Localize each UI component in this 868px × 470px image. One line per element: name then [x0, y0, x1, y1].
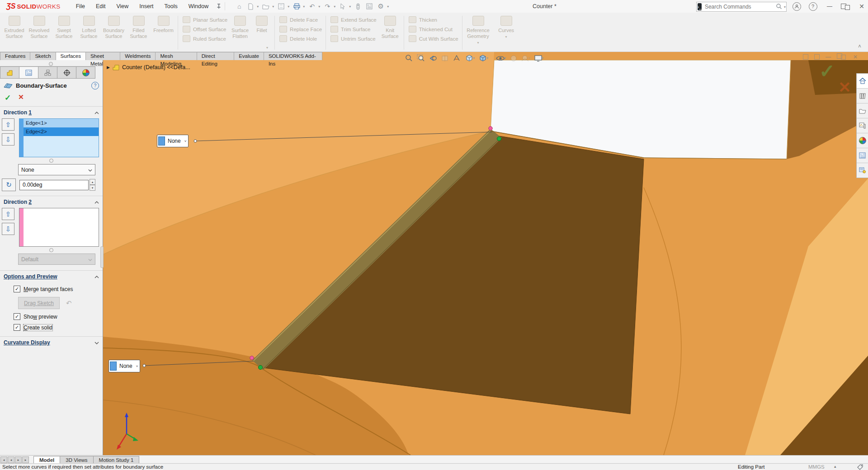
- search-box[interactable]: ›_ ▾: [696, 2, 787, 12]
- view-palette-icon[interactable]: [857, 118, 868, 133]
- options-list-icon[interactable]: [365, 3, 373, 10]
- pin-icon[interactable]: [216, 3, 222, 9]
- tab-scroll-right-icon[interactable]: ▸: [15, 456, 22, 463]
- ribbon-big-button[interactable]: Filled Surface: [126, 14, 151, 52]
- ribbon-big-button[interactable]: Lofted Surface: [76, 14, 101, 52]
- sign-in-icon[interactable]: [790, 0, 803, 13]
- print-dropdown-icon[interactable]: ▾: [303, 5, 305, 9]
- tab-configuration-manager[interactable]: [38, 66, 57, 79]
- collapse-icon[interactable]: [94, 273, 99, 280]
- file-explorer-icon[interactable]: [857, 103, 868, 118]
- move-up-button[interactable]: ⇧: [2, 208, 14, 220]
- minimize-button[interactable]: —: [823, 0, 836, 13]
- home-icon[interactable]: [857, 74, 868, 89]
- tab-feature-manager[interactable]: [0, 66, 19, 79]
- apply-scene-icon[interactable]: ▾: [521, 55, 530, 62]
- command-tab[interactable]: Sheet Metal: [85, 52, 120, 60]
- collapse-icon[interactable]: [94, 199, 99, 205]
- ribbon-row-button[interactable]: Offset Surface: [183, 24, 227, 34]
- angle-spinner[interactable]: ▴▾: [90, 179, 95, 191]
- ribbon-row-button[interactable]: Delete Face: [279, 15, 322, 24]
- tab-display-manager[interactable]: [76, 66, 95, 79]
- direction1-tangency-dropdown[interactable]: None: [18, 164, 95, 175]
- menu-item[interactable]: View: [111, 0, 134, 13]
- custom-properties-icon[interactable]: [857, 148, 868, 163]
- ribbon-row-button[interactable]: Thickened Cut: [409, 24, 458, 34]
- command-tab[interactable]: SOLIDWORKS Add-Ins: [264, 52, 322, 60]
- callout-dropdown-icon[interactable]: ˅: [136, 364, 138, 368]
- ribbon-big-button[interactable]: Reference Geometry▾: [464, 14, 492, 52]
- undo-icon[interactable]: ↶: [308, 3, 316, 10]
- tag-icon[interactable]: [857, 464, 863, 470]
- save-icon[interactable]: [277, 3, 285, 10]
- ribbon-big-button[interactable]: Fillet: [251, 14, 273, 52]
- tab-property-manager[interactable]: [19, 66, 38, 79]
- panel-resize-pill[interactable]: [100, 246, 104, 268]
- draft-angle-icon[interactable]: ↻: [2, 179, 16, 191]
- curvature-display-header[interactable]: Curvature Display: [0, 337, 103, 348]
- ribbon-row-button[interactable]: Extend Surface: [330, 15, 377, 24]
- selection-list-item[interactable]: Edge<2>: [24, 127, 99, 136]
- previous-view-icon[interactable]: [429, 55, 437, 62]
- document-tab[interactable]: Motion Study 1: [93, 456, 140, 464]
- ok-button[interactable]: ✓: [5, 93, 11, 103]
- ribbon-row-button[interactable]: Replace Face: [279, 24, 322, 34]
- ribbon-big-button[interactable]: Revolved Surface: [27, 14, 52, 52]
- search-icon[interactable]: [776, 3, 782, 11]
- command-tab[interactable]: Weldments: [120, 52, 156, 60]
- document-tab[interactable]: Model: [33, 456, 60, 464]
- draft-angle-input[interactable]: 0.00deg: [19, 180, 89, 190]
- ribbon-row-button[interactable]: Thicken: [409, 15, 458, 24]
- splitter-knob[interactable]: [49, 62, 53, 66]
- zoom-to-area-icon[interactable]: [417, 54, 425, 62]
- help-icon[interactable]: ?: [807, 0, 819, 13]
- doc-restore-icon[interactable]: [837, 53, 847, 60]
- ribbon-big-button[interactable]: Boundary Surface: [101, 14, 126, 52]
- panel-splitter[interactable]: [0, 60, 103, 66]
- options-header[interactable]: Options and Preview: [0, 271, 103, 282]
- command-tab[interactable]: Direct Editing: [197, 52, 235, 60]
- units-dropup-icon[interactable]: ▴: [834, 464, 836, 469]
- open-dropdown-icon[interactable]: ▾: [272, 5, 274, 9]
- view-orientation-icon[interactable]: ▾: [465, 54, 475, 62]
- help-icon[interactable]: ?: [91, 82, 99, 89]
- command-tab[interactable]: Mesh Modeling: [155, 52, 197, 60]
- ribbon-big-button[interactable]: Swept Surface: [52, 14, 76, 52]
- display-style-icon[interactable]: ▾: [479, 54, 488, 62]
- merge-tangent-faces-checkbox[interactable]: ✓ Merge tangent faces: [14, 286, 99, 292]
- selection-filter-icon[interactable]: [354, 3, 362, 10]
- move-down-button[interactable]: ⇩: [2, 133, 14, 146]
- cascade-icon[interactable]: [803, 54, 808, 60]
- home-icon[interactable]: ⌂: [235, 3, 243, 10]
- ribbon-big-button[interactable]: Surface Flatten: [229, 14, 251, 52]
- tab-scroll-left-icon[interactable]: ◂: [8, 456, 14, 463]
- ribbon-big-button[interactable]: Curves▾: [492, 14, 520, 52]
- new-document-icon[interactable]: [246, 3, 255, 10]
- document-manager-icon[interactable]: [857, 163, 868, 178]
- selection-list-item[interactable]: Edge<1>: [24, 119, 99, 127]
- expand-icon[interactable]: [94, 339, 99, 346]
- undo-dropdown-icon[interactable]: ▾: [318, 5, 320, 9]
- ribbon-row-button[interactable]: Untrim Surface: [330, 34, 377, 43]
- direction2-callout[interactable]: None ˅: [108, 360, 140, 372]
- section-view-icon[interactable]: [441, 55, 449, 62]
- zoom-to-fit-icon[interactable]: [405, 54, 413, 62]
- measure-icon[interactable]: [453, 55, 461, 62]
- direction1-selection-list[interactable]: Edge<1>Edge<2>: [19, 118, 99, 157]
- command-tab[interactable]: Sketch: [30, 52, 56, 60]
- ribbon-row-button[interactable]: Cut With Surface: [409, 34, 458, 43]
- collapse-icon[interactable]: [94, 109, 99, 116]
- design-library-icon[interactable]: [857, 89, 868, 103]
- ribbon-row-button[interactable]: Trim Surface: [330, 24, 377, 34]
- move-down-button[interactable]: ⇩: [2, 223, 14, 235]
- direction2-selection-list[interactable]: [19, 208, 99, 247]
- search-input[interactable]: [704, 3, 776, 10]
- edit-appearance-icon[interactable]: [510, 55, 517, 62]
- redo-dropdown-icon[interactable]: ▾: [334, 5, 335, 9]
- print-icon[interactable]: [292, 3, 301, 10]
- ribbon-big-button[interactable]: Knit Surface: [378, 14, 402, 52]
- document-tab[interactable]: 3D Views: [60, 456, 93, 464]
- command-tab[interactable]: Evaluate: [234, 52, 264, 60]
- ruled-surface-dropdown-icon[interactable]: ▾: [266, 46, 268, 50]
- command-tab[interactable]: Surfaces: [56, 52, 86, 60]
